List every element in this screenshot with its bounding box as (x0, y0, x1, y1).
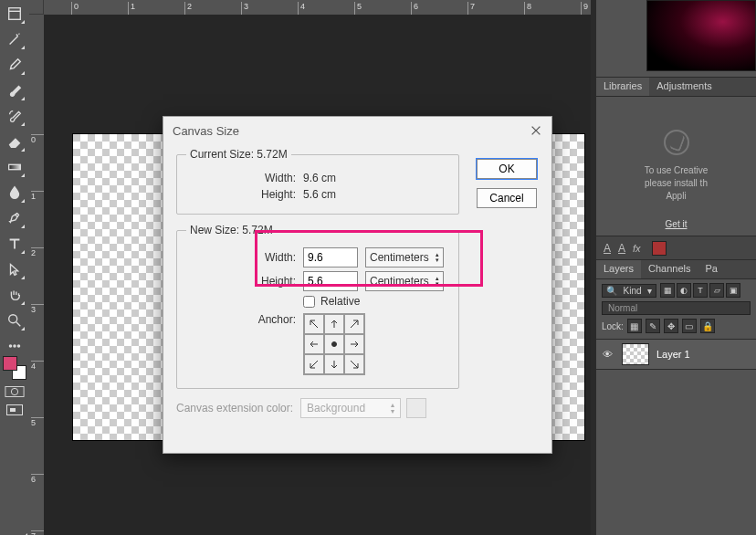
blur-icon[interactable] (3, 181, 26, 205)
right-panel: Libraries Adjustments To use Creative pl… (596, 0, 756, 535)
tab-channels[interactable]: Channels (641, 260, 698, 278)
new-size-group: New Size: 5.72M Width: Centimeters▴▾ Hei… (176, 224, 459, 389)
svg-point-10 (332, 342, 337, 347)
width-unit-select[interactable]: Centimeters▴▾ (365, 247, 444, 268)
height-unit-select[interactable]: Centimeters▴▾ (365, 271, 444, 291)
filter-smart-icon[interactable]: ▣ (726, 283, 740, 298)
horizontal-ruler[interactable]: 0 1 2 3 4 5 6 7 8 9 (44, 0, 596, 15)
svg-rect-2 (9, 164, 21, 169)
filter-shape-icon[interactable]: ▱ (709, 283, 724, 298)
zoom-icon[interactable] (3, 309, 26, 332)
anchor-ne[interactable] (344, 314, 364, 334)
anchor-se[interactable] (344, 354, 364, 374)
type-options-row: A A fx (596, 236, 756, 259)
cloud-refresh-icon (664, 130, 689, 155)
svg-point-3 (9, 315, 17, 323)
svg-point-7 (17, 345, 19, 347)
new-height-input[interactable] (303, 271, 358, 291)
current-height-label: Height: (186, 188, 296, 201)
color-swatches[interactable] (3, 356, 26, 380)
anchor-n[interactable] (324, 314, 344, 334)
lock-label: Lock: (602, 321, 624, 331)
type-icon[interactable] (3, 232, 26, 256)
dialog-title: Canvas Size (163, 117, 551, 144)
extension-color-label: Canvas extension color: (176, 402, 293, 414)
new-width-input[interactable] (303, 247, 358, 268)
relative-label: Relative (320, 295, 360, 308)
eraser-icon[interactable] (3, 130, 26, 153)
libraries-tabbar: Libraries Adjustments (596, 77, 756, 97)
anchor-grid (303, 313, 365, 375)
svg-point-6 (14, 345, 16, 347)
artboard-tool-icon[interactable] (3, 2, 26, 26)
tab-adjustments[interactable]: Adjustments (649, 78, 719, 96)
char-panel-icon[interactable]: A (604, 242, 611, 255)
color-preview[interactable] (646, 0, 756, 71)
pen-icon[interactable] (3, 206, 26, 230)
new-width-label: Width: (186, 251, 296, 264)
visibility-eye-icon[interactable]: 👁 (600, 347, 614, 362)
lock-pixels-icon[interactable]: ✎ (646, 319, 660, 333)
lock-artboard-icon[interactable]: ▭ (682, 319, 697, 333)
ruler-origin[interactable] (29, 0, 44, 15)
paragraph-panel-icon[interactable]: A (618, 242, 625, 255)
current-size-group: Current Size: 5.72M Width: 9.6 cm Height… (176, 148, 459, 215)
svg-line-4 (16, 322, 21, 327)
screen-mode-icon[interactable] (3, 402, 26, 418)
current-size-legend: Current Size: 5.72M (186, 148, 291, 161)
filter-pixel-icon[interactable]: ▦ (660, 283, 675, 298)
vertical-ruler[interactable]: 0 1 2 3 4 5 6 7 (29, 15, 44, 535)
anchor-e[interactable] (344, 334, 364, 354)
close-icon[interactable] (528, 122, 544, 139)
lock-all-icon[interactable]: 🔒 (700, 319, 715, 333)
eyedropper-icon[interactable] (3, 53, 26, 77)
canvas-size-dialog: Canvas Size OK Cancel Current Size: 5.72… (163, 116, 552, 454)
layer-row[interactable]: 👁 Layer 1 (596, 339, 756, 370)
gradient-icon[interactable] (3, 155, 26, 179)
left-toolbar (0, 0, 29, 535)
tab-layers[interactable]: Layers (596, 260, 641, 278)
filter-type-icon[interactable]: T (693, 283, 708, 298)
foreground-color-swatch[interactable] (3, 356, 17, 371)
filter-adjust-icon[interactable]: ◐ (677, 283, 691, 298)
anchor-label: Anchor: (186, 313, 296, 326)
brush-icon[interactable] (3, 79, 26, 102)
lock-position-icon[interactable]: ✥ (664, 319, 678, 333)
current-width-value: 9.6 cm (303, 172, 336, 184)
type-color-swatch[interactable] (652, 241, 667, 256)
anchor-center[interactable] (324, 334, 344, 354)
extension-color-select[interactable]: Background▴▾ (300, 398, 401, 418)
svg-point-9 (11, 388, 17, 394)
new-height-label: Height: (186, 275, 296, 288)
tab-paths[interactable]: Pa (698, 260, 725, 278)
blend-mode-select[interactable]: Normal (602, 301, 751, 315)
anchor-nw[interactable] (304, 314, 324, 334)
current-height-value: 5.6 cm (303, 188, 336, 201)
magic-wand-icon[interactable] (3, 27, 26, 51)
fx-icon[interactable]: fx (633, 243, 641, 254)
quick-mask-icon[interactable] (3, 383, 26, 400)
svg-rect-0 (9, 8, 21, 20)
tab-libraries[interactable]: Libraries (596, 78, 649, 96)
anchor-sw[interactable] (304, 354, 324, 374)
layers-controls: 🔍Kind▾ ▦ ◐ T ▱ ▣ Normal Lock: ▦ ✎ ✥ ▭ 🔒 (596, 279, 756, 339)
history-brush-icon[interactable] (3, 104, 26, 128)
svg-point-5 (9, 345, 11, 347)
layer-filter-kind[interactable]: 🔍Kind▾ (602, 284, 656, 298)
anchor-s[interactable] (324, 354, 344, 374)
current-width-label: Width: (186, 172, 296, 184)
layer-name[interactable]: Layer 1 (656, 349, 690, 360)
edit-toolbar-icon[interactable] (3, 340, 26, 352)
lock-transparency-icon[interactable]: ▦ (627, 319, 642, 333)
layers-tabbar: Layers Channels Pa (596, 259, 756, 279)
layer-thumbnail[interactable] (622, 343, 649, 365)
get-it-link[interactable]: Get it (596, 219, 756, 229)
new-size-legend: New Size: 5.72M (186, 224, 277, 236)
anchor-w[interactable] (304, 334, 324, 354)
path-select-icon[interactable] (3, 257, 26, 281)
relative-checkbox[interactable] (303, 296, 315, 308)
hand-icon[interactable] (3, 283, 26, 307)
extension-color-swatch[interactable] (406, 398, 426, 418)
